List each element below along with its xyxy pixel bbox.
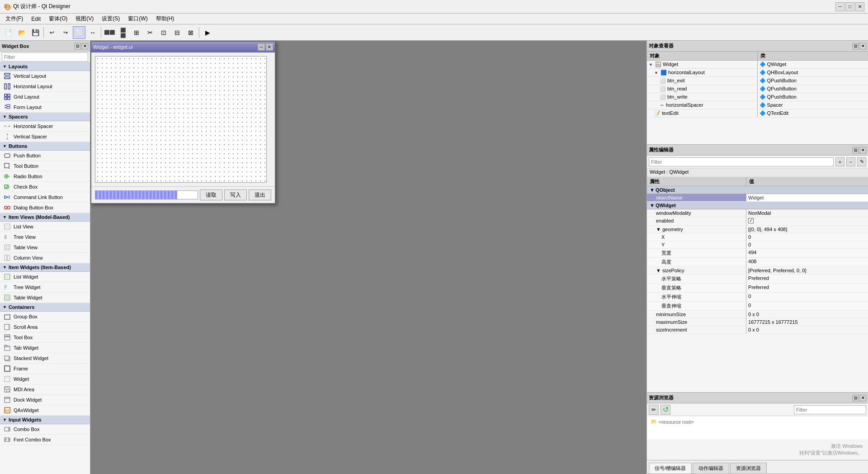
resource-filter-input[interactable] <box>794 405 866 414</box>
inspector-row-hlayout[interactable]: ▼ 🟦 horizontalLayout 🔷 QHBoxLayout <box>647 69 868 77</box>
btn-exit[interactable]: 退出 <box>249 190 271 200</box>
inspector-row-btn-exit[interactable]: ⬜ btn_exit 🔷 QPushButton <box>647 77 868 85</box>
tab-signal-slot[interactable]: 信号/槽编辑器 <box>649 463 692 474</box>
design-area[interactable] <box>95 56 267 183</box>
widget-filter-input[interactable] <box>2 52 88 62</box>
resource-refresh-btn[interactable]: ↺ <box>660 405 670 415</box>
category-item-views[interactable]: ▼ Item Views (Model-Based) <box>0 213 90 222</box>
prop-row-sizeincrement[interactable]: sizeIncrement 0 x 0 <box>647 326 868 334</box>
property-editor-close[interactable]: ✕ <box>860 147 866 153</box>
prop-row-y[interactable]: Y 0 <box>647 241 868 249</box>
prop-windowmodality-value[interactable]: NonModal <box>746 209 868 217</box>
resource-root-item[interactable]: 📁 <resource root> <box>649 418 866 426</box>
widget-item-table-view[interactable]: Table View <box>0 242 90 253</box>
widget-item-grid-layout[interactable]: Grid Layout <box>0 92 90 102</box>
widget-item-horizontal-spacer[interactable]: Horizontal Spacer <box>0 121 90 132</box>
widget-item-push-button[interactable]: Push Button <box>0 151 90 161</box>
widget-item-horizontal-layout[interactable]: Horizontal Layout <box>0 81 90 92</box>
toolbar-layout-form[interactable]: ⊠ <box>184 26 197 39</box>
minimize-button[interactable]: ─ <box>835 2 844 11</box>
widget-item-dialog-button-box[interactable]: Dialog Button Box <box>0 203 90 213</box>
toolbar-redo[interactable]: ↪ <box>59 26 72 39</box>
property-editor-float[interactable]: ⊡ <box>853 147 859 153</box>
widget-item-frame[interactable]: Frame <box>0 364 90 374</box>
category-input-widgets[interactable]: ▼ Input Widgets <box>0 416 90 424</box>
menu-object[interactable]: 窗体(O) <box>45 14 71 24</box>
menu-window[interactable]: 窗口(W) <box>124 14 151 24</box>
prop-row-windowmodality[interactable]: windowModality NonModal <box>647 209 868 217</box>
category-buttons[interactable]: ▼ Buttons <box>0 142 90 151</box>
prop-section-qobject[interactable]: ▼ QObject <box>647 186 868 194</box>
toolbar-layout-v[interactable]: ⬛⬛ <box>117 26 129 39</box>
inspector-row-hspacer[interactable]: ↔ horizontalSpacer 🔷 Spacer <box>647 101 868 109</box>
toolbar-save[interactable]: 💾 <box>29 26 42 39</box>
prop-row-maxsize[interactable]: maximumSize 16777215 x 16777215 <box>647 318 868 326</box>
widget-item-radio-button[interactable]: Radio Button <box>0 171 90 182</box>
widget-box-float[interactable]: ⊡ <box>75 43 81 49</box>
toolbar-widget-editor[interactable]: ⬜ <box>73 26 85 39</box>
tab-action-editor[interactable]: 动作编辑器 <box>693 463 729 474</box>
widget-item-tool-button[interactable]: Tool Button <box>0 161 90 171</box>
prop-height-value[interactable]: 408 <box>746 258 868 266</box>
inspector-row-btn-read[interactable]: ⬜ btn_read 🔷 QPushButton <box>647 85 868 93</box>
widget-item-stacked-widget[interactable]: Stacked Widget <box>0 353 90 364</box>
widget-item-dock-widget[interactable]: Dock Widget <box>0 395 90 405</box>
widget-item-check-box[interactable]: Check Box <box>0 182 90 192</box>
toolbar-layout-grid[interactable]: ⊟ <box>171 26 184 39</box>
prop-section-qwidget[interactable]: ▼ QWidget <box>647 202 868 209</box>
prop-row-objectname[interactable]: objectName Widget <box>647 194 868 202</box>
prop-row-sizepolicy[interactable]: ▼ sizePolicy [Preferred, Preferred, 0, 0… <box>647 267 868 275</box>
prop-objectname-value[interactable]: Widget <box>746 194 868 201</box>
prop-row-vstretch[interactable]: 垂直伸缩 0 <box>647 302 868 311</box>
widget-item-command-link-button[interactable]: Command Link Button <box>0 192 90 203</box>
prop-row-height[interactable]: 高度 408 <box>647 258 868 267</box>
widget-item-form-layout[interactable]: Form Layout <box>0 102 90 113</box>
prop-row-hpolicy[interactable]: 水平策略 Preferred <box>647 275 868 284</box>
prop-hstretch-value[interactable]: 0 <box>746 293 868 301</box>
widget-item-tree-widget[interactable]: Tree Widget <box>0 282 90 293</box>
prop-row-enabled[interactable]: enabled <box>647 217 868 226</box>
toolbar-undo[interactable]: ↩ <box>46 26 58 39</box>
toolbar-new[interactable]: 📄 <box>2 26 14 39</box>
maximize-button[interactable]: □ <box>845 2 854 11</box>
resource-browser-close[interactable]: ✕ <box>860 395 866 401</box>
widget-item-vertical-spacer[interactable]: Vertical Spacer <box>0 132 90 142</box>
object-inspector-float[interactable]: ⊡ <box>853 43 859 49</box>
widget-window-minimize[interactable]: ─ <box>258 43 265 51</box>
menu-file[interactable]: 文件(F) <box>2 14 27 24</box>
close-button[interactable]: ✕ <box>855 2 864 11</box>
widget-item-mdi-area[interactable]: MDI Area <box>0 384 90 395</box>
prop-width-value[interactable]: 494 <box>746 249 868 257</box>
prop-vpolicy-value[interactable]: Preferred <box>746 284 868 292</box>
prop-row-x[interactable]: X 0 <box>647 233 868 241</box>
widget-item-group-box[interactable]: GB Group Box <box>0 312 90 322</box>
toolbar-layout-adjust[interactable]: ⊡ <box>157 26 170 39</box>
toolbar-layout-hv[interactable]: ⊞ <box>130 26 143 39</box>
enabled-checkbox[interactable] <box>748 218 754 223</box>
category-containers[interactable]: ▼ Containers <box>0 303 90 312</box>
property-add-btn[interactable]: + <box>835 157 844 166</box>
category-layouts[interactable]: ▼ Layouts <box>0 62 90 71</box>
widget-item-tab-widget[interactable]: Tab Widget <box>0 343 90 353</box>
widget-item-table-widget[interactable]: Table Widget <box>0 293 90 303</box>
widget-item-scroll-area[interactable]: Scroll Area <box>0 322 90 332</box>
widget-item-column-view[interactable]: Column View <box>0 253 90 263</box>
resource-browser-float[interactable]: ⊡ <box>853 395 859 401</box>
widget-item-vertical-layout[interactable]: Vertical Layout <box>0 71 90 81</box>
object-inspector-close[interactable]: ✕ <box>860 43 866 49</box>
menu-settings[interactable]: 设置(S) <box>98 14 123 24</box>
category-item-widgets[interactable]: ▼ Item Widgets (Item-Based) <box>0 263 90 272</box>
prop-row-geometry[interactable]: ▼ geometry [{0, 0}, 494 x 408] <box>647 226 868 233</box>
category-spacers[interactable]: ▼ Spacers <box>0 113 90 121</box>
widget-item-tool-box[interactable]: Tool Box <box>0 332 90 343</box>
resource-pencil-btn[interactable]: ✏ <box>649 405 659 415</box>
prop-vstretch-value[interactable]: 0 <box>746 302 868 310</box>
inspector-row-widget[interactable]: ▼ 🪟 Widget 🔷 QWidget <box>647 61 868 69</box>
toolbar-open[interactable]: 📂 <box>15 26 28 39</box>
prop-row-minsize[interactable]: minimumSize 0 x 0 <box>647 311 868 318</box>
property-minus-btn[interactable]: − <box>846 157 855 166</box>
property-filter-input[interactable] <box>649 157 834 166</box>
btn-read[interactable]: 读取 <box>200 190 222 200</box>
toolbar-layout-h[interactable]: ⬛⬛ <box>103 26 116 39</box>
widget-box-close[interactable]: ✕ <box>82 43 88 49</box>
